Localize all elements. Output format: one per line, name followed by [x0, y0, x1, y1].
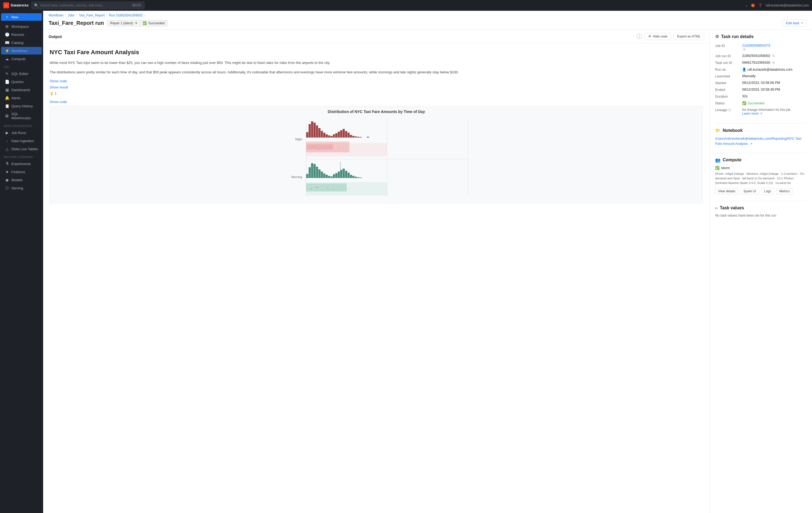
task-values-description: No task values have been set for this ru…	[715, 214, 807, 217]
data-engineering-section-label: Data Engineering	[0, 122, 43, 129]
sidebar-item-query-history[interactable]: 📋 Query History	[1, 102, 42, 110]
svg-rect-65	[343, 169, 345, 178]
ended-value: 09/12/2023, 03:58:39 PM	[742, 88, 807, 91]
svg-rect-57	[323, 174, 325, 178]
sidebar-item-experiments[interactable]: ⚗ Experiments	[1, 160, 42, 168]
launched-value: Manually	[742, 74, 807, 78]
repair-badge[interactable]: Repair 1 (latest) ▼ · ✅ Succeeded	[107, 20, 168, 26]
sidebar-item-query-history-label: Query History	[11, 104, 33, 108]
topbar: Databricks 🔍 ⌘ + P ⌄ 🎁 ❓ rafi.kurlansik@…	[0, 0, 812, 11]
breadcrumb-sep-4: ›	[144, 13, 145, 17]
sidebar-item-data-ingestion[interactable]: ↓ Data Ingestion	[1, 137, 42, 145]
search-shortcut: ⌘ + P	[132, 3, 142, 7]
help-icon[interactable]: ❓	[758, 3, 762, 7]
new-button[interactable]: ＋ New	[1, 13, 42, 21]
catalog-icon: 📖	[5, 40, 9, 45]
breadcrumb-workflows[interactable]: Workflows	[49, 13, 63, 17]
compute-cluster-name: ✅ storm	[715, 166, 807, 170]
chevron-down-icon[interactable]: ⌄	[745, 3, 748, 7]
sidebar-item-features[interactable]: ★ Features	[1, 168, 42, 176]
breadcrumb-taxi-fare-report[interactable]: Taxi_Fare_Report	[79, 13, 105, 17]
user-circle-icon: 👤	[742, 68, 747, 71]
job-id-label: Job ID	[715, 44, 742, 48]
sidebar-item-sql-editor[interactable]: ✎ SQL Editor	[1, 70, 42, 78]
sidebar-item-queries[interactable]: 📄 Queries	[1, 78, 42, 86]
spark-ui-button[interactable]: Spark UI	[741, 188, 759, 194]
hide-code-label: Hide code	[653, 34, 667, 38]
metrics-button[interactable]: Metrics	[776, 188, 793, 194]
main-layout: ＋ New ⊞ Workspace 🕐 Recents 📖 Catalog ⚡ …	[0, 11, 812, 513]
morning-label: Morning	[291, 175, 302, 179]
user-email[interactable]: rafi.kurlansik@databricks.com	[765, 3, 809, 7]
copy-job-run-id-icon[interactable]: ⧉	[772, 54, 775, 58]
sidebar-item-catalog[interactable]: 📖 Catalog	[1, 39, 42, 47]
lineage-label: Lineage ⓘ	[715, 108, 742, 112]
sidebar-item-recents[interactable]: 🕐 Recents	[1, 31, 42, 38]
sidebar-item-delta-live-tables[interactable]: △ Delta Live Tables	[1, 145, 42, 153]
learn-more-link[interactable]: Learn more ↗	[742, 112, 762, 115]
sidebar-item-sql-warehouses[interactable]: 🏛 SQL Warehouses	[1, 110, 42, 122]
detail-row-task-run-id: Task run ID 566617813369160 ⧉	[715, 59, 807, 66]
svg-rect-24	[352, 136, 354, 138]
repair-chevron-icon: ▼	[135, 22, 138, 25]
svg-rect-52	[311, 163, 313, 178]
hide-code-button[interactable]: 👁 Hide code	[645, 33, 671, 40]
info-icon[interactable]: i	[637, 34, 642, 39]
svg-rect-6	[309, 124, 311, 138]
export-label: Export as HTML	[677, 34, 701, 38]
notebook-panel-title: 📁 Notebook	[715, 128, 807, 133]
serving-icon: ⬡	[5, 186, 9, 190]
svg-point-82	[349, 188, 350, 188]
sidebar-item-compute[interactable]: ☁ Compute	[1, 55, 42, 63]
compute-buttons: View details Spark UI Logs Metrics	[715, 188, 807, 194]
job-id-link[interactable]: 216390049854279	[742, 44, 807, 48]
svg-rect-72	[359, 178, 362, 178]
search-input[interactable]	[40, 3, 130, 7]
svg-rect-70	[355, 177, 357, 178]
right-panel: ⚙ Task run details Job ID 21639004985427…	[709, 30, 812, 513]
svg-rect-71	[357, 177, 359, 178]
breadcrumb-run[interactable]: Run 318925041058002	[109, 13, 143, 17]
chart-title: Distribution of NYC Taxi Fare Amounts by…	[50, 106, 703, 116]
status-label: Status	[715, 101, 742, 105]
notebook-link[interactable]: /Users/rafi.kurlansik@databricks.com/Rep…	[715, 137, 802, 146]
sidebar-item-workflows[interactable]: ⚡ Workflows	[1, 47, 42, 55]
task-run-id-value: 566617813369160 ⧉	[742, 61, 807, 64]
job-runs-icon: ▶	[5, 130, 9, 135]
query-history-icon: 📋	[5, 104, 9, 108]
sidebar-item-dashboards[interactable]: ▦ Dashboards	[1, 86, 42, 94]
sidebar-item-models[interactable]: ◉ Models	[1, 176, 42, 184]
svg-rect-8	[314, 123, 316, 138]
sidebar-item-dashboards-label: Dashboards	[11, 88, 30, 92]
edit-task-button[interactable]: Edit task ↗	[782, 20, 807, 27]
svg-rect-14	[328, 135, 330, 138]
search-bar[interactable]: 🔍 ⌘ + P	[31, 2, 145, 9]
recents-icon: 🕐	[5, 32, 9, 37]
show-code-link-1[interactable]: Show code	[50, 79, 703, 83]
sidebar-item-job-runs[interactable]: ▶ Job Runs	[1, 129, 42, 137]
gift-icon[interactable]: 🎁	[751, 3, 755, 7]
view-details-button[interactable]: View details	[715, 188, 738, 194]
new-label: New	[11, 15, 18, 19]
notebook-external-link-icon[interactable]: ↗	[750, 142, 752, 145]
sql-warehouses-icon: 🏛	[5, 114, 9, 118]
breadcrumb-jobs[interactable]: Jobs	[68, 13, 75, 17]
output-header: Output i 👁 Hide code Export as HTML	[43, 30, 709, 43]
sidebar-item-sql-editor-label: SQL Editor	[11, 72, 28, 76]
logs-button[interactable]: Logs	[761, 188, 774, 194]
copy-task-run-id-icon[interactable]: ⧉	[772, 61, 775, 64]
copy-job-id-icon[interactable]: ⧉	[743, 48, 746, 51]
lineage-info-icon[interactable]: ⓘ	[728, 109, 731, 112]
show-code-link-2[interactable]: Show code	[50, 100, 703, 104]
export-html-button[interactable]: Export as HTML	[674, 33, 704, 40]
sidebar-item-serving[interactable]: ⬡ Serving	[1, 184, 42, 192]
sidebar-item-alerts[interactable]: 🔔 Alerts	[1, 94, 42, 102]
svg-rect-63	[338, 172, 340, 178]
sidebar-item-workspace[interactable]: ⊞ Workspace	[1, 23, 42, 30]
show-result-link-1[interactable]: Show result	[50, 85, 703, 89]
svg-rect-51	[309, 167, 311, 178]
svg-rect-5	[306, 132, 308, 138]
status-badge-label: Succeeded	[148, 21, 165, 25]
breadcrumb-sep-3: ›	[106, 13, 107, 17]
svg-rect-13	[326, 134, 328, 138]
